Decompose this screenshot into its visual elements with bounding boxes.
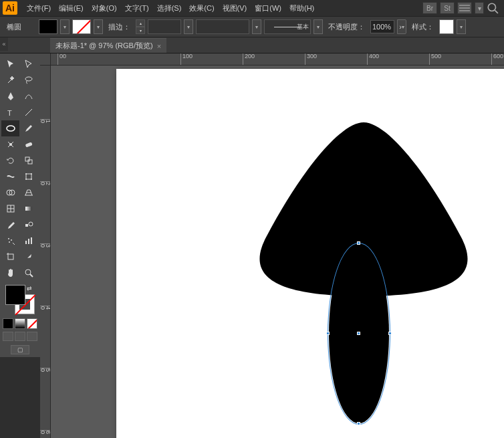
close-tab-icon[interactable]: × [157, 42, 161, 50]
svg-rect-9 [28, 160, 32, 164]
ruler-origin[interactable] [40, 53, 51, 66]
lasso-tool[interactable] [19, 72, 37, 88]
color-mode-button[interactable] [3, 318, 13, 329]
svg-rect-7 [25, 142, 32, 147]
stroke-swatch[interactable] [72, 19, 91, 34]
hand-tool[interactable] [1, 265, 19, 281]
none-mode-button[interactable] [27, 318, 37, 329]
free-transform-tool[interactable] [19, 169, 37, 185]
workspace: 00 100 200 300 400 500 600 100 200 300 4… [40, 53, 504, 438]
scale-tool[interactable] [19, 152, 37, 169]
menu-select[interactable]: 选择(S) [153, 0, 186, 16]
menu-help[interactable]: 帮助(H) [285, 0, 318, 16]
horizontal-ruler[interactable]: 00 100 200 300 400 500 600 [51, 53, 504, 66]
ellipse-tool[interactable] [1, 120, 19, 136]
selection-center-point[interactable] [357, 332, 360, 335]
opacity-input[interactable] [370, 20, 394, 33]
search-icon[interactable] [487, 2, 499, 14]
eraser-tool[interactable] [19, 136, 37, 152]
menu-window[interactable]: 窗口(W) [251, 0, 285, 16]
swap-fill-stroke-icon[interactable]: ⇄ [27, 285, 35, 293]
slice-tool[interactable] [19, 249, 37, 265]
line-segment-tool[interactable] [19, 104, 37, 120]
selection-handle-bottom[interactable] [357, 422, 360, 425]
svg-point-5 [7, 126, 15, 131]
svg-rect-10 [26, 174, 31, 179]
column-graph-tool[interactable] [19, 233, 37, 249]
selection-handle-left[interactable] [326, 332, 330, 335]
menu-object[interactable]: 对象(O) [88, 0, 121, 16]
fill-stroke-control[interactable]: ⇄ [5, 285, 35, 314]
type-tool[interactable]: T [1, 104, 19, 120]
fill-dropdown[interactable] [60, 19, 70, 34]
selection-handle-right[interactable] [388, 332, 392, 335]
shaper-tool[interactable] [1, 136, 19, 152]
variable-width-dropdown[interactable] [252, 19, 261, 34]
ruler-v-tick: 400 [40, 306, 51, 310]
pen-tool[interactable] [1, 88, 19, 104]
stroke-weight-field[interactable] [148, 19, 181, 34]
direct-selection-tool[interactable] [19, 56, 37, 72]
arrange-documents-button[interactable] [457, 2, 472, 14]
brush-dropdown[interactable] [313, 19, 323, 34]
workspace-switcher[interactable]: ▾ [475, 2, 484, 14]
selection-tool[interactable] [1, 56, 19, 72]
artboard[interactable] [116, 69, 504, 438]
eyedropper-tool[interactable] [1, 217, 19, 233]
ruler-h-tick: 400 [367, 53, 379, 66]
svg-rect-21 [25, 224, 28, 227]
ruler-v-tick: 500 [40, 368, 51, 372]
style-swatch[interactable] [439, 19, 454, 34]
panel-dock-collapse[interactable] [0, 37, 8, 51]
perspective-grid-tool[interactable] [19, 185, 37, 201]
gradient-tool[interactable] [19, 201, 37, 217]
ruler-v-tick: 200 [40, 181, 51, 185]
ruler-v-tick: 300 [40, 243, 51, 247]
stroke-dropdown[interactable] [94, 19, 103, 34]
menu-bar: Ai 文件(F) 编辑(E) 对象(O) 文字(T) 选择(S) 效果(C) 视… [0, 0, 504, 16]
mesh-tool[interactable] [1, 201, 19, 217]
opacity-dropdown[interactable]: › [397, 19, 406, 34]
document-tab[interactable]: 未标题-1* @ 97% (RGB/预览) × [50, 38, 166, 53]
fill-swatch[interactable] [39, 19, 57, 34]
menu-effect[interactable]: 效果(C) [185, 0, 218, 16]
magic-wand-tool[interactable] [1, 72, 19, 88]
menu-type[interactable]: 文字(T) [121, 0, 153, 16]
document-title: 未标题-1* @ 97% (RGB/预览) [55, 41, 153, 51]
canvas[interactable] [51, 66, 504, 438]
symbol-sprayer-tool[interactable] [1, 233, 19, 249]
artboard-tool[interactable] [1, 249, 19, 265]
draw-inside-button[interactable] [27, 332, 37, 341]
svg-point-13 [25, 179, 27, 180]
rotate-tool[interactable] [1, 152, 19, 169]
fill-color-swatch[interactable] [5, 285, 25, 305]
screen-mode-button[interactable]: ▢ [11, 345, 29, 354]
gradient-mode-button[interactable] [15, 318, 25, 329]
style-label: 样式： [409, 22, 436, 32]
default-fill-stroke-icon[interactable] [5, 306, 13, 314]
brush-definition[interactable]: 基本 [264, 19, 311, 34]
bridge-button[interactable]: Br [422, 2, 437, 14]
tools-panel: T ⇄ [0, 53, 40, 357]
stock-button[interactable]: St [440, 2, 455, 14]
svg-point-12 [31, 173, 32, 175]
menu-edit[interactable]: 编辑(E) [55, 0, 88, 16]
curvature-tool[interactable] [19, 88, 37, 104]
selection-handle-top[interactable] [357, 241, 360, 245]
stroke-weight-dropdown[interactable] [184, 19, 193, 34]
menu-view[interactable]: 视图(V) [219, 0, 251, 16]
svg-rect-29 [8, 254, 13, 259]
draw-normal-button[interactable] [3, 332, 13, 341]
draw-behind-button[interactable] [15, 332, 25, 341]
variable-width-profile[interactable] [196, 19, 249, 34]
svg-rect-8 [25, 157, 29, 161]
menu-file[interactable]: 文件(F) [23, 0, 55, 16]
stroke-weight-spinner[interactable]: ▴▾ [136, 19, 145, 34]
paintbrush-tool[interactable] [19, 120, 37, 136]
shape-builder-tool[interactable] [1, 185, 19, 201]
style-dropdown[interactable] [457, 19, 466, 34]
vertical-ruler[interactable]: 100 200 300 400 500 600 [40, 66, 51, 438]
zoom-tool[interactable] [19, 265, 37, 281]
blend-tool[interactable] [19, 217, 37, 233]
width-tool[interactable] [1, 169, 19, 185]
